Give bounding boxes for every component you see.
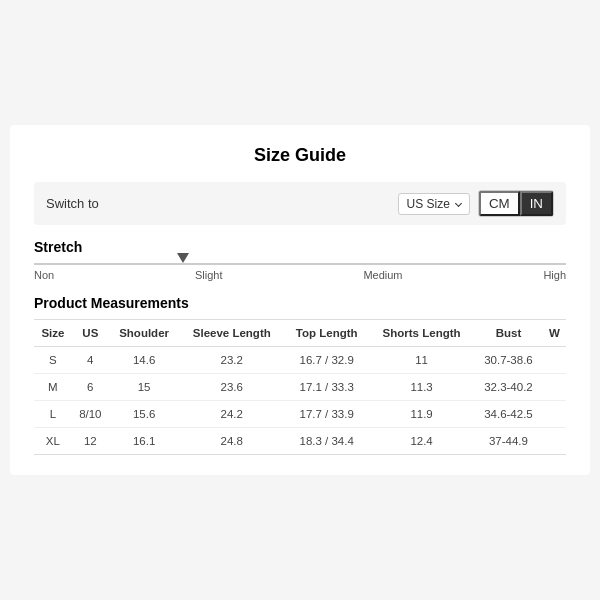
unit-toggle: CM IN: [478, 190, 554, 217]
switch-label: Switch to: [46, 196, 99, 211]
table-cell: 34.6-42.5: [474, 401, 543, 428]
table-cell: [543, 347, 566, 374]
table-row: M61523.617.1 / 33.311.332.3-40.2: [34, 374, 566, 401]
table-cell: 4: [72, 347, 109, 374]
col-shoulder: Shoulder: [109, 320, 180, 347]
col-w: W: [543, 320, 566, 347]
table-cell: 16.7 / 32.9: [284, 347, 369, 374]
table-cell: 14.6: [109, 347, 180, 374]
table-cell: 6: [72, 374, 109, 401]
chevron-down-icon: [455, 200, 462, 207]
table-cell: 12.4: [369, 428, 474, 455]
switch-bar: Switch to US Size CM IN: [34, 182, 566, 225]
table-header-row: Size US Shoulder Sleeve Length Top Lengt…: [34, 320, 566, 347]
table-cell: 16.1: [109, 428, 180, 455]
table-cell: S: [34, 347, 72, 374]
table-row: XL1216.124.818.3 / 34.412.437-44.9: [34, 428, 566, 455]
table-cell: 32.3-40.2: [474, 374, 543, 401]
stretch-bar: [34, 263, 566, 265]
stretch-line: [34, 263, 566, 265]
table-cell: L: [34, 401, 72, 428]
col-shorts-length: Shorts Length: [369, 320, 474, 347]
stretch-indicator: [177, 253, 189, 263]
measurements-table: Size US Shoulder Sleeve Length Top Lengt…: [34, 319, 566, 455]
col-bust: Bust: [474, 320, 543, 347]
table-cell: [543, 428, 566, 455]
stretch-label-high: High: [543, 269, 566, 281]
table-cell: 30.7-38.6: [474, 347, 543, 374]
table-cell: 11: [369, 347, 474, 374]
col-top-length: Top Length: [284, 320, 369, 347]
cm-button[interactable]: CM: [479, 191, 520, 216]
stretch-section: Stretch Non Slight Medium High: [34, 239, 566, 281]
table-cell: 23.2: [179, 347, 284, 374]
size-guide-card: Size Guide Switch to US Size CM IN Stret…: [10, 125, 590, 475]
table-cell: 17.7 / 33.9: [284, 401, 369, 428]
stretch-label-non: Non: [34, 269, 54, 281]
in-button[interactable]: IN: [520, 191, 553, 216]
table-cell: M: [34, 374, 72, 401]
switch-right: US Size CM IN: [398, 190, 554, 217]
table-cell: 24.8: [179, 428, 284, 455]
table-row: S414.623.216.7 / 32.91130.7-38.6: [34, 347, 566, 374]
table-cell: [543, 401, 566, 428]
table-cell: 18.3 / 34.4: [284, 428, 369, 455]
measurements-title: Product Measurements: [34, 295, 566, 311]
table-cell: 8/10: [72, 401, 109, 428]
stretch-label-slight: Slight: [195, 269, 223, 281]
page-title: Size Guide: [34, 145, 566, 166]
table-cell: 17.1 / 33.3: [284, 374, 369, 401]
table-cell: 23.6: [179, 374, 284, 401]
table-cell: 12: [72, 428, 109, 455]
table-cell: 11.3: [369, 374, 474, 401]
table-cell: 11.9: [369, 401, 474, 428]
stretch-title: Stretch: [34, 239, 566, 255]
table-row: L8/1015.624.217.7 / 33.911.934.6-42.5: [34, 401, 566, 428]
table-cell: 15: [109, 374, 180, 401]
stretch-label-medium: Medium: [363, 269, 402, 281]
col-sleeve-length: Sleeve Length: [179, 320, 284, 347]
table-cell: 24.2: [179, 401, 284, 428]
stretch-labels: Non Slight Medium High: [34, 269, 566, 281]
table-cell: 15.6: [109, 401, 180, 428]
table-cell: XL: [34, 428, 72, 455]
table-cell: [543, 374, 566, 401]
table-cell: 37-44.9: [474, 428, 543, 455]
us-size-button[interactable]: US Size: [398, 193, 470, 215]
col-us: US: [72, 320, 109, 347]
col-size: Size: [34, 320, 72, 347]
